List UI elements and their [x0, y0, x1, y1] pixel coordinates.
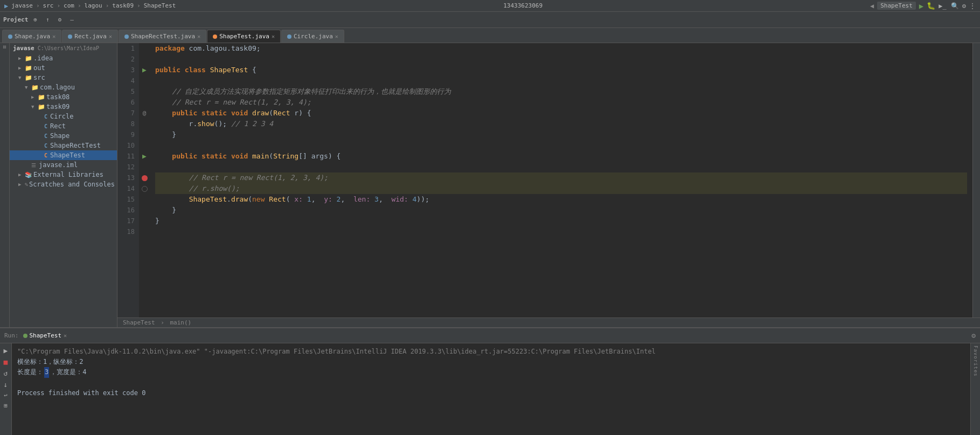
- run-config-label[interactable]: ShapeTest: [877, 2, 916, 10]
- run-settings-icon[interactable]: ⚙: [971, 332, 976, 340]
- code-line-11: public static void main(String[] args) {: [155, 151, 967, 162]
- tab-circle-java[interactable]: Circle.java ✕: [281, 30, 344, 43]
- right-strip: [972, 43, 980, 317]
- sidebar-item-out[interactable]: ▶ 📁 out: [10, 63, 117, 73]
- expand-task08-icon: ▶: [31, 94, 37, 100]
- sidebar-header: javase C:\Users\Marz\IdeaP: [10, 43, 117, 53]
- print-icon[interactable]: ⊞: [4, 402, 8, 409]
- title-center: 13433623069: [503, 2, 543, 9]
- run-panel-body: ▶ ■ ↺ ↓ ↩ ⊞ "C:\Program Files\Java\jdk-1…: [0, 343, 980, 435]
- run-output-line-2: 横坐标：1，纵坐标：2: [17, 357, 965, 367]
- run-label: Run:: [4, 332, 19, 339]
- scroll-end-icon[interactable]: ↓: [4, 381, 8, 389]
- breadcrumb-shapetest[interactable]: ShapeTest: [144, 2, 176, 9]
- main-area: ≡ javase C:\Users\Marz\IdeaP ▶ 📁 .idea ▶…: [0, 43, 980, 327]
- favorites-label[interactable]: Favorites: [973, 346, 978, 377]
- sidebar-label-rect: Rect: [50, 122, 66, 130]
- left-icon-1[interactable]: ≡: [1, 45, 8, 49]
- java-dot-circle: C: [44, 114, 47, 120]
- code-line-16: }: [155, 205, 967, 216]
- sidebar-label-task08: task08: [46, 93, 69, 101]
- breakpoint-outline-14: [142, 186, 148, 192]
- sidebar-label-comlagou: com.lagou: [40, 84, 75, 91]
- java-dot-shape: C: [44, 133, 47, 139]
- code-line-10: [155, 140, 967, 151]
- tab-shaperecttest-java[interactable]: ShapeRectTest.java ✕: [119, 30, 206, 43]
- sidebar-item-comlagou[interactable]: ▼ 📁 com.lagou: [10, 82, 117, 92]
- scratch-icon: ✎: [24, 181, 28, 188]
- sidebar-item-circle[interactable]: C Circle: [10, 112, 117, 121]
- expand-out-icon: ▶: [18, 65, 24, 71]
- soft-wrap-icon[interactable]: ↩: [4, 392, 8, 399]
- code-line-8: r.show(); // 1 2 3 4: [155, 119, 967, 129]
- tab-rect-java[interactable]: Rect.java ✕: [62, 30, 118, 43]
- main-toolbar: Project ⊕ ↑ ⚙ —: [0, 12, 980, 28]
- sidebar-item-extlibs[interactable]: ▶ 📚 External Libraries: [10, 170, 117, 179]
- code-line-1: package com.lagou.task09;: [155, 43, 967, 54]
- code-line-13: // Rect r = new Rect(1, 2, 3, 4);: [155, 172, 967, 183]
- coverage-button[interactable]: ▶̲: [939, 2, 946, 10]
- run-output[interactable]: "C:\Program Files\Java\jdk-11.0.2\bin\ja…: [12, 343, 970, 435]
- up-icon[interactable]: ↑: [43, 15, 53, 24]
- search-icon[interactable]: 🔍: [951, 2, 959, 10]
- breadcrumb-task09[interactable]: task09: [112, 2, 134, 9]
- settings-icon[interactable]: ⚙: [962, 2, 966, 10]
- breadcrumb-method[interactable]: main(): [170, 319, 191, 326]
- tab-shape-java[interactable]: Shape.java ✕: [2, 30, 61, 43]
- output-selected-3: 3: [44, 367, 49, 377]
- sidebar-item-iml[interactable]: ☰ javase.iml: [10, 160, 117, 170]
- stop-icon[interactable]: ■: [4, 358, 8, 366]
- folder-out-icon: 📁: [25, 65, 32, 72]
- tab-dot-circle: [287, 34, 291, 39]
- breadcrumb-com[interactable]: com: [64, 2, 74, 9]
- sidebar-label-circle: Circle: [50, 113, 73, 120]
- run-output-command: "C:\Program Files\Java\jdk-11.0.2\bin\ja…: [17, 347, 965, 357]
- breadcrumb-src[interactable]: src: [43, 2, 54, 9]
- sidebar-label-src: src: [33, 74, 45, 81]
- add-icon[interactable]: ⊕: [30, 15, 40, 24]
- editor-content[interactable]: 1 2 3 4 5 6 7 8 9 10 11 12 13 14 15 16 1…: [117, 43, 980, 317]
- tab-close-shaperecttest[interactable]: ✕: [197, 33, 200, 39]
- run-marker-3: ▶: [142, 65, 147, 75]
- more-icon[interactable]: ⋮: [969, 2, 976, 10]
- sidebar-item-rect[interactable]: C Rect: [10, 121, 117, 131]
- tab-close-shape[interactable]: ✕: [52, 33, 55, 39]
- sidebar-item-task09[interactable]: ▼ 📁 task09: [10, 102, 117, 112]
- breadcrumb-javase[interactable]: javase: [11, 2, 33, 9]
- settings-gear-icon[interactable]: ⚙: [55, 15, 65, 24]
- sidebar-label-iml: javase.iml: [39, 161, 78, 169]
- tab-close-circle[interactable]: ✕: [335, 33, 338, 39]
- code-line-15: ShapeTest.draw(new Rect( x: 1, y: 2, len…: [155, 194, 967, 205]
- tab-shapetest-java[interactable]: ShapeTest.java ✕: [207, 30, 281, 43]
- breadcrumb-class[interactable]: ShapeTest: [123, 319, 155, 326]
- folder-task09-icon: 📁: [38, 103, 45, 111]
- tab-close-rect[interactable]: ✕: [109, 33, 112, 39]
- sidebar-item-src[interactable]: ▼ 📁 src: [10, 73, 117, 82]
- code-area[interactable]: package com.lagou.task09; public class S…: [150, 43, 972, 317]
- run-button[interactable]: ▶: [919, 2, 923, 10]
- sidebar-item-shapetest[interactable]: C ShapeTest: [10, 150, 117, 160]
- rerun-icon[interactable]: ↺: [4, 369, 8, 377]
- title-breadcrumb: ▶ javase › src › com › lagou › task09 › …: [4, 2, 176, 10]
- expand-extlibs-icon: ▶: [18, 172, 24, 177]
- java-dot-shaperecttest: C: [44, 143, 47, 149]
- tab-close-shapetest[interactable]: ✕: [272, 33, 275, 39]
- expand-idea-icon: ▶: [18, 56, 24, 61]
- sidebar-item-scratches[interactable]: ▶ ✎ Scratches and Consoles: [10, 179, 117, 189]
- sidebar-item-idea[interactable]: ▶ 📁 .idea: [10, 53, 117, 63]
- run-tab-shapetest[interactable]: ShapeTest ✕: [23, 332, 67, 339]
- play-icon[interactable]: ▶: [4, 347, 8, 355]
- editor-area: 1 2 3 4 5 6 7 8 9 10 11 12 13 14 15 16 1…: [117, 43, 980, 327]
- run-tab-close[interactable]: ✕: [64, 333, 67, 339]
- sidebar-item-shape[interactable]: C Shape: [10, 131, 117, 141]
- project-label[interactable]: Project: [3, 16, 28, 23]
- code-line-17: }: [155, 216, 967, 226]
- title-controls: ◀ ShapeTest ▶ 🐛 ▶̲ 🔍 ⚙ ⋮: [870, 2, 976, 10]
- sidebar-item-task08[interactable]: ▶ 📁 task08: [10, 92, 117, 102]
- breadcrumb-lagou[interactable]: lagou: [85, 2, 102, 9]
- debug-button[interactable]: 🐛: [927, 2, 935, 10]
- minimize-icon[interactable]: —: [67, 15, 77, 24]
- back-icon[interactable]: ◀: [870, 2, 874, 10]
- expand-src-icon: ▼: [18, 75, 24, 80]
- sidebar-item-shaperecttest[interactable]: C ShapeRectTest: [10, 141, 117, 150]
